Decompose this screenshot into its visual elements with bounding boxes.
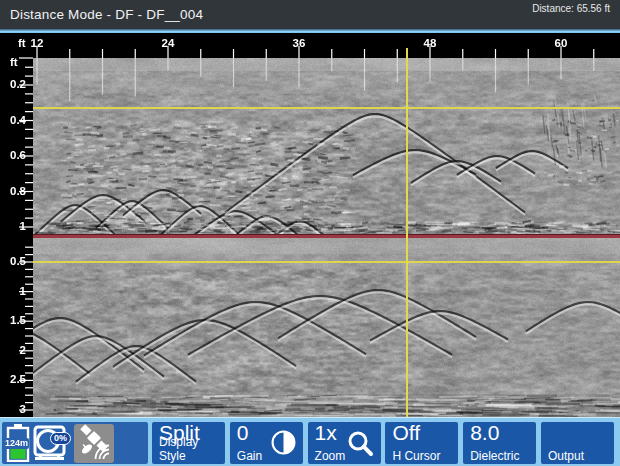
toolbar-button-value: Off — [392, 421, 420, 445]
toolbar-button-label: Output — [548, 449, 584, 463]
toolbar-button-label: Gain — [237, 449, 262, 463]
depth-label-top: 0.4 — [0, 114, 26, 126]
ruler-label: 24 — [162, 37, 175, 49]
ruler-label: 36 — [293, 37, 306, 49]
toolbar-button-label: Display Style — [159, 435, 225, 463]
depth-label-bottom: 2.5 — [0, 373, 26, 385]
depth-label-top: 0.6 — [0, 149, 26, 161]
depth-label-bottom: 0.5 — [0, 255, 26, 267]
depth-label-bottom: 1.5 — [0, 314, 26, 326]
gpr-app-screen: Distance Mode - DF - DF__004 Distance: 6… — [0, 0, 620, 466]
v-cursor-line[interactable] — [406, 48, 408, 417]
gps-satellite-icon — [74, 424, 114, 463]
depth-label-bottom: 3 — [0, 403, 26, 415]
depth-label-top: 0.8 — [0, 185, 26, 197]
toolbar-button-dielectric[interactable]: 8.0Dielectric — [463, 422, 536, 464]
distance-readout: Distance: 65.56 ft — [532, 3, 610, 14]
ruler-label: 60 — [555, 37, 568, 49]
toolbar-button-output[interactable]: Output — [541, 422, 614, 464]
red-marker-line — [33, 234, 620, 238]
toolbar-button-gain[interactable]: 0Gain — [230, 422, 303, 464]
depth-label-bottom: 1 — [0, 285, 26, 297]
ruler-label: 48 — [424, 37, 437, 49]
contrast-icon — [271, 430, 296, 455]
toolbar-button-label: Dielectric — [470, 449, 519, 463]
depth-marker-line-top — [33, 107, 620, 109]
bottom-toolbar: 124m 0% — [0, 417, 620, 466]
toolbar-button-label: Zoom — [315, 449, 346, 463]
ruler-label: 12 — [31, 37, 44, 49]
depth-label-bottom: 2 — [0, 344, 26, 356]
toolbar-button-zoom[interactable]: 1xZoom — [308, 422, 381, 464]
depth-label-top: 1 — [0, 220, 26, 232]
page-title: Distance Mode - DF - DF__004 — [10, 7, 203, 22]
status-indicator-block: 124m 0% — [2, 422, 148, 464]
depth-marker-line-bottom — [33, 261, 620, 263]
toolbar-button-value: 0 — [237, 421, 249, 445]
ruler-unit-label: ft — [18, 37, 26, 49]
toolbar-button-label: H Cursor — [392, 449, 440, 463]
toolbar-button-h-cursor[interactable]: OffH Cursor — [385, 422, 458, 464]
magnifier-icon — [347, 430, 374, 457]
toolbar-button-display-style[interactable]: SplitDisplay Style — [152, 422, 225, 464]
gpr-scan-canvas[interactable] — [0, 33, 620, 417]
depth-label-top: 0.2 — [0, 78, 26, 90]
battery-time-badge: 124m — [4, 438, 29, 449]
depth-axis-unit-label: ft — [10, 56, 18, 68]
toolbar-button-value: 1x — [315, 421, 337, 445]
toolbar-button-value: 8.0 — [470, 421, 499, 445]
storage-percent-badge: 0% — [50, 432, 71, 445]
title-bar: Distance Mode - DF - DF__004 Distance: 6… — [0, 0, 620, 29]
